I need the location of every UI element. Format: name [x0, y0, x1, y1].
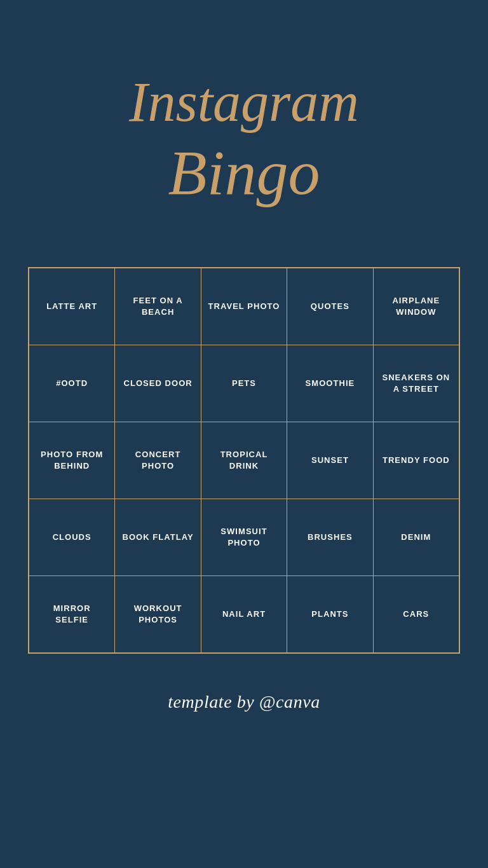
bingo-row-2: PHOTO FROM BEHINDCONCERT PHOTOTROPICAL D… [29, 422, 459, 499]
bingo-cell-1-2[interactable]: PETS [201, 345, 287, 422]
bingo-cell-3-1[interactable]: BOOK FLATLAY [115, 499, 201, 575]
bingo-cell-1-0[interactable]: #OOTD [29, 345, 115, 422]
svg-text:Bingo: Bingo [168, 137, 320, 208]
bingo-cell-3-0[interactable]: CLOUDS [29, 499, 115, 575]
bingo-cell-0-1[interactable]: FEET ON A BEACH [115, 268, 201, 345]
title-svg: .title-script { fill: #c9a06a; font-fami… [85, 38, 403, 229]
bingo-cell-0-2[interactable]: TRAVEL PHOTO [201, 268, 287, 345]
bingo-cell-0-4[interactable]: AIRPLANE WINDOW [374, 268, 459, 345]
bingo-cell-4-4[interactable]: CARS [374, 576, 459, 652]
footer-text: template by @canva [168, 692, 320, 712]
bingo-cell-2-0[interactable]: PHOTO FROM BEHIND [29, 422, 115, 499]
bingo-cell-2-3[interactable]: SUNSET [287, 422, 373, 499]
bingo-cell-4-3[interactable]: PLANTS [287, 576, 373, 652]
bingo-row-4: MIRROR SELFIEWORKOUT PHOTOSNAIL ARTPLANT… [29, 576, 459, 652]
bingo-grid: LATTE ARTFEET ON A BEACHTRAVEL PHOTOQUOT… [28, 267, 460, 654]
bingo-cell-0-0[interactable]: LATTE ART [29, 268, 115, 345]
bingo-cell-0-3[interactable]: QUOTES [287, 268, 373, 345]
bingo-cell-3-4[interactable]: DENIM [374, 499, 459, 575]
bingo-cell-4-2[interactable]: NAIL ART [201, 576, 287, 652]
bingo-cell-2-1[interactable]: CONCERT PHOTO [115, 422, 201, 499]
svg-text:Instagram: Instagram [128, 71, 359, 133]
bingo-cell-3-2[interactable]: SWIMSUIT PHOTO [201, 499, 287, 575]
header: .title-script { fill: #c9a06a; font-fami… [0, 0, 488, 254]
bingo-cell-1-4[interactable]: SNEAKERS ON A STREET [374, 345, 459, 422]
bingo-cell-2-4[interactable]: TRENDY FOOD [374, 422, 459, 499]
bingo-cell-3-3[interactable]: BRUSHES [287, 499, 373, 575]
bingo-cell-4-1[interactable]: WORKOUT PHOTOS [115, 576, 201, 652]
bingo-cell-1-1[interactable]: CLOSED DOOR [115, 345, 201, 422]
footer: template by @canva [168, 692, 320, 744]
bingo-cell-4-0[interactable]: MIRROR SELFIE [29, 576, 115, 652]
bingo-row-1: #OOTDCLOSED DOORPETSSMOOTHIESNEAKERS ON … [29, 345, 459, 422]
bingo-cell-2-2[interactable]: TROPICAL DRINK [201, 422, 287, 499]
bingo-row-3: CLOUDSBOOK FLATLAYSWIMSUIT PHOTOBRUSHESD… [29, 499, 459, 576]
bingo-cell-1-3[interactable]: SMOOTHIE [287, 345, 373, 422]
bingo-row-0: LATTE ARTFEET ON A BEACHTRAVEL PHOTOQUOT… [29, 268, 459, 345]
